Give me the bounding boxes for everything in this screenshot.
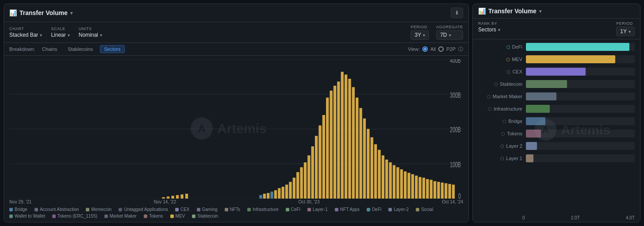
svg-text:300B: 300B (450, 91, 460, 99)
aggregate-control: AGGREGATE 7D ▾ (436, 25, 463, 40)
bar-row: ⬡ Layer 1 (478, 154, 635, 162)
right-panel-header: 📊 Transfer Volume ▾ (473, 4, 640, 19)
svg-rect-50 (385, 160, 388, 199)
legend-item: Account Abstraction (34, 207, 79, 212)
svg-rect-33 (322, 115, 325, 199)
bar-icon: ⬡ (500, 156, 504, 161)
bar-label-text: Stablecoin (500, 81, 522, 87)
legend-item: Social (416, 207, 433, 212)
svg-rect-60 (422, 178, 425, 199)
scale-arrow: ▾ (68, 33, 70, 38)
breakdown-stablecoins[interactable]: Stablecoins (64, 46, 96, 53)
svg-rect-42 (356, 98, 358, 199)
period-arrow: ▾ (423, 33, 425, 38)
svg-rect-31 (315, 136, 318, 199)
right-x-0: 0 (522, 215, 525, 220)
bar-label: ⬡ MEV (478, 57, 522, 62)
svg-rect-64 (437, 182, 440, 199)
chart-value: Stacked Bar (9, 32, 38, 38)
svg-rect-37 (337, 81, 340, 199)
bar-label: ⬡ CEX (478, 69, 522, 74)
breakdown-label: Breakdown: (9, 46, 35, 52)
period-label: PERIOD (410, 25, 429, 29)
legend-item: CeFi (286, 207, 300, 212)
view-all-radio[interactable] (422, 46, 428, 52)
legend-item: Tokens (ERC_1155) (52, 214, 97, 218)
bar-label: ⬡ DeFi (478, 44, 522, 50)
breakdown-sectors[interactable]: Sectors (100, 45, 124, 53)
bar-track (526, 130, 635, 138)
svg-rect-11 (167, 196, 169, 199)
svg-rect-56 (407, 173, 410, 199)
legend-item: Gaming (197, 207, 218, 212)
breakdown-chains[interactable]: Chains (38, 46, 61, 53)
legend-item: Wallet to Wallet (9, 214, 45, 218)
x-label-0: Nov 29, '21 (9, 199, 31, 204)
rank-by-control: RANK BY Sectors ▾ (478, 21, 500, 33)
svg-rect-45 (367, 129, 369, 199)
bar-label-text: DeFi (512, 44, 522, 50)
scale-dropdown[interactable]: Linear ▾ (51, 32, 69, 38)
view-p2p-label: P2P (446, 46, 456, 52)
chart-dropdown[interactable]: Stacked Bar ▾ (9, 32, 42, 38)
rank-by-dropdown[interactable]: Sectors ▾ (478, 27, 500, 33)
bar-fill (526, 142, 537, 150)
bar-label: ⬡ Bridge (478, 119, 522, 124)
bar-track (526, 117, 635, 125)
period-dropdown[interactable]: 3Y ▾ (410, 30, 429, 40)
units-arrow: ▾ (100, 33, 102, 38)
svg-rect-34 (326, 98, 329, 199)
bar-icon: ⬡ (494, 82, 498, 87)
right-panel: 📊 Transfer Volume ▾ RANK BY Sectors ▾ PE… (472, 4, 640, 222)
right-period-value: 1Y (620, 28, 627, 34)
svg-rect-24 (289, 182, 291, 199)
aggregate-dropdown[interactable]: 7D ▾ (436, 30, 463, 40)
left-panel-title[interactable]: 📊 Transfer Volume ▾ (9, 9, 73, 16)
svg-rect-55 (404, 172, 406, 199)
legend-item: Bridge (9, 207, 27, 212)
bar-fill (526, 154, 533, 162)
svg-rect-32 (318, 126, 321, 199)
svg-rect-28 (304, 162, 307, 199)
units-control: UNITS Nominal ▾ (79, 27, 102, 38)
right-x-axis: 0 2.0T 4.0T (473, 215, 640, 222)
svg-rect-46 (371, 137, 373, 199)
bar-row: ⬡ CEX (478, 68, 635, 76)
right-chart-icon: 📊 (478, 8, 486, 15)
svg-rect-63 (433, 181, 436, 199)
x-label-2: Oct 30, '23 (298, 199, 319, 204)
bar-label-text: MEV (512, 57, 522, 62)
bar-row: ⬡ Tokens (478, 130, 635, 138)
scale-label: SCALE (51, 27, 69, 31)
svg-text:100B: 100B (450, 161, 460, 169)
view-p2p-radio[interactable] (438, 46, 444, 52)
bar-track (526, 142, 635, 150)
chart-arrow: ▾ (40, 33, 42, 38)
legend-item: CEX (175, 207, 190, 212)
right-panel-title[interactable]: 📊 Transfer Volume ▾ (478, 8, 541, 15)
right-chart-area: A Artemis ⬡ DeFi ⬡ MEV ⬡ CEX ⬡ Stabl (473, 39, 640, 222)
period-value: 3Y (414, 32, 421, 38)
svg-rect-41 (352, 87, 355, 199)
right-title-text: Transfer Volume (488, 8, 537, 15)
scale-value: Linear (51, 32, 65, 38)
bar-label: ⬡ Market Maker (478, 94, 522, 99)
bar-label-text: CEX (512, 69, 522, 74)
svg-rect-15 (185, 194, 188, 199)
chart-label: CHART (9, 27, 42, 31)
bar-row: ⬡ Layer 2 (478, 142, 635, 150)
controls-row: CHART Stacked Bar ▾ SCALE Linear ▾ UNITS… (4, 22, 468, 43)
right-period-dropdown[interactable]: 1Y ▾ (616, 27, 635, 36)
aggregate-arrow: ▾ (449, 33, 451, 38)
svg-rect-27 (300, 167, 303, 199)
units-dropdown[interactable]: Nominal ▾ (79, 32, 102, 38)
rank-by-label: RANK BY (478, 21, 500, 26)
svg-rect-12 (171, 196, 174, 199)
svg-rect-47 (374, 144, 377, 199)
info-icon: ⓘ (458, 46, 463, 53)
download-button[interactable]: ⬇ (451, 8, 463, 18)
svg-rect-17 (263, 194, 266, 199)
svg-text:0: 0 (458, 192, 461, 199)
view-label: View: (408, 46, 420, 52)
view-all-label: All (430, 46, 436, 52)
